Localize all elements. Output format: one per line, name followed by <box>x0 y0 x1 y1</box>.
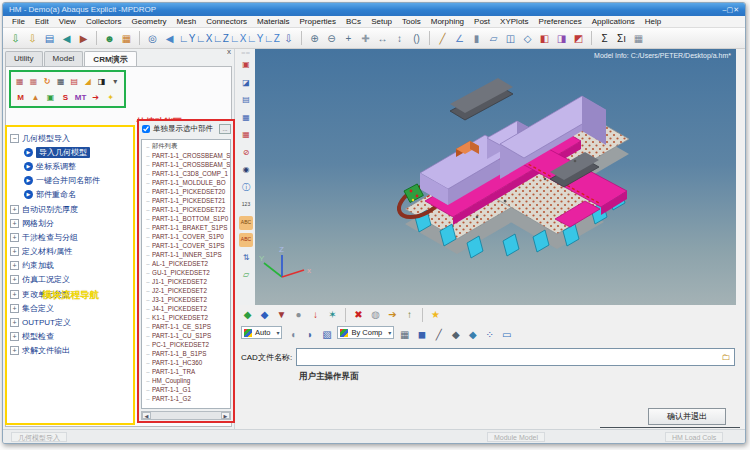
show-selected-checkbox[interactable] <box>142 125 150 133</box>
geometry-wire-icon[interactable]: ◆ <box>257 307 272 322</box>
favorite-star-icon[interactable]: ★ <box>428 307 443 322</box>
expand-icon[interactable]: + <box>10 346 19 355</box>
part-list-item[interactable]: –J3-1_PICKEDSET2 <box>144 295 230 304</box>
menu-item-edit[interactable]: Edit <box>30 17 54 26</box>
section-x-icon[interactable]: ◧ <box>537 31 552 46</box>
tab-model[interactable]: Model <box>44 51 84 66</box>
menu-item-setup[interactable]: Setup <box>366 17 397 26</box>
mask-icon[interactable]: ▣ <box>239 58 253 72</box>
zoom-window-icon[interactable]: ◎ <box>145 31 160 46</box>
abc-labels-icon[interactable]: ABC <box>239 216 253 230</box>
menu-item-xyplots[interactable]: XYPlots <box>495 17 533 26</box>
tree-item[interactable]: +模型检查 <box>10 330 133 344</box>
mask-panel-icon[interactable]: ▦ <box>239 128 253 142</box>
expand-icon[interactable]: + <box>10 233 19 242</box>
wedge-icon[interactable]: ◢ <box>82 75 94 88</box>
part-list-item[interactable]: –PART-1-1_G2 <box>144 394 230 403</box>
topo-display-icon[interactable]: ▼ <box>274 307 289 322</box>
menu-item-materials[interactable]: Materials <box>252 17 294 26</box>
geometry-shaded-icon[interactable]: ◆ <box>240 307 255 322</box>
import-icon[interactable]: ⇩ <box>8 31 23 46</box>
tree-item[interactable]: +约束加载 <box>10 259 133 273</box>
arrows-vertical-icon[interactable]: ↕ <box>392 31 407 46</box>
mat-icon[interactable]: MT <box>74 91 87 104</box>
part-list-item[interactable]: –PART-1-1_B_S1PS <box>144 349 230 358</box>
tab-crm演示[interactable]: CRM演示 <box>84 51 136 66</box>
menu-item-connectors[interactable]: Connectors <box>201 17 252 26</box>
part-list-item[interactable]: –PART-1-1_CE_S1PS <box>144 322 230 331</box>
previous-view-icon[interactable]: ◀ <box>162 31 177 46</box>
expand-icon[interactable]: + <box>10 261 19 270</box>
feature-axis-icon[interactable]: ✶ <box>325 307 340 322</box>
renumber-icon[interactable]: ▦ <box>14 75 26 88</box>
collapse-icon[interactable]: − <box>10 134 19 143</box>
normals-icon[interactable]: ↓ <box>308 307 323 322</box>
plane-icon[interactable]: ▱ <box>239 268 253 282</box>
quad-face-icon[interactable]: ◆ <box>465 327 480 342</box>
part-list-item[interactable]: –PART-1-1_CROSSBEAM_S <box>144 160 230 169</box>
view-back-icon[interactable]: ∟Z <box>264 31 279 46</box>
element-shaded-icon[interactable]: ● <box>291 307 306 322</box>
part-list-item[interactable]: –PART-1-1_BOTTOM_S1P0 <box>144 214 230 223</box>
menu-item-properties[interactable]: Properties <box>295 17 341 26</box>
tree-item[interactable]: −几何模型导入 <box>10 131 133 145</box>
menu-item-help[interactable]: Help <box>640 17 666 26</box>
shaded-cube-icon[interactable]: ◼ <box>414 327 429 342</box>
part-list-item[interactable]: –J4-1_PICKEDSET2 <box>144 304 230 313</box>
section-z-icon[interactable]: ◩ <box>571 31 586 46</box>
component-color-combo[interactable]: By Comp ▾ <box>337 326 394 339</box>
part-list-item[interactable]: –PART-1-1_G1 <box>144 385 230 394</box>
zoom-out-icon[interactable]: ⊖ <box>324 31 339 46</box>
menu-item-collectors[interactable]: Collectors <box>81 17 127 26</box>
part-list-item[interactable]: –J1-1_PICKEDSET2 <box>144 277 230 286</box>
part-list-item[interactable]: –GU-1_PICKEDSET2 <box>144 268 230 277</box>
ghost-shade-icon[interactable]: ◖ <box>285 327 300 342</box>
calculator-icon[interactable]: ▦ <box>631 31 646 46</box>
tree-pole-icon[interactable]: ↑ <box>402 307 417 322</box>
user-icon[interactable]: ☻ <box>102 31 117 46</box>
s-tool-icon[interactable]: S <box>59 91 72 104</box>
numbers-icon[interactable]: 123 <box>239 198 253 212</box>
sum-icon[interactable]: Σ <box>597 31 612 46</box>
refresh-icon[interactable]: ↻ <box>41 75 53 88</box>
menu-item-applications[interactable]: Applications <box>587 17 640 26</box>
part-list-item[interactable]: –PART-1-1_HC360 <box>144 358 230 367</box>
close-icon[interactable]: ✕ <box>733 6 739 13</box>
tab-utility[interactable]: Utility <box>5 51 43 66</box>
open-icon[interactable]: ⇩ <box>25 31 40 46</box>
tree-item[interactable]: +自动识别壳厚度 <box>10 202 133 216</box>
solid-cube-icon[interactable]: ▧ <box>319 327 334 342</box>
view-right-icon[interactable]: ∟X <box>196 31 211 46</box>
menu-item-morphing[interactable]: Morphing <box>426 17 469 26</box>
menu-item-preferences[interactable]: Preferences <box>534 17 587 26</box>
export-arrow-icon[interactable]: ➔ <box>89 91 102 104</box>
menu-item-mesh[interactable]: Mesh <box>172 17 202 26</box>
confirm-exit-button[interactable]: 确认并退出 <box>648 408 726 425</box>
tree-item[interactable]: +OUTPUT定义 <box>10 315 133 329</box>
renumber-all-icon[interactable]: ▦ <box>28 75 40 88</box>
part-list-item[interactable]: –PART-1-1_PICKEDSET22 <box>144 205 230 214</box>
abc-labels-2-icon[interactable]: ABC <box>239 233 253 247</box>
part-list-item[interactable]: –PART-1-1_MOLDULE_BO <box>144 178 230 187</box>
part-list-item[interactable]: –PART-1-1_PICKEDSET21 <box>144 196 230 205</box>
part-list-item[interactable]: –K1-1_PICKEDSET2 <box>144 313 230 322</box>
dropdown-caret-icon[interactable]: ▾ <box>109 75 121 88</box>
edge-line-icon[interactable]: ╱ <box>431 327 446 342</box>
expand-icon[interactable]: + <box>10 247 19 256</box>
tree-item[interactable]: +定义材料/属性 <box>10 245 133 259</box>
component-colors-icon[interactable]: ▦ <box>119 31 134 46</box>
sum-sub-icon[interactable]: Σı <box>614 31 629 46</box>
tree-item[interactable]: +网格划分 <box>10 216 133 230</box>
collapse-icon[interactable]: − <box>144 144 152 150</box>
arrows-horizontal-icon[interactable]: ↔ <box>375 31 390 46</box>
performance-monitor-icon[interactable]: ▭ <box>499 327 514 342</box>
info-icon[interactable]: ⓘ <box>239 181 253 195</box>
mass-calc-icon[interactable]: ▮ <box>469 31 484 46</box>
m-tool-icon[interactable]: M <box>14 91 27 104</box>
view-left-icon[interactable]: ∟Y <box>179 31 194 46</box>
measure-angle-icon[interactable]: ∠ <box>452 31 467 46</box>
viewport-canvas[interactable]: Model Info: C:/Users/PETER/Desktop/a.hm* <box>255 49 736 305</box>
part-list-item[interactable]: –PART-1-1_C3D8_COMP_1 <box>144 169 230 178</box>
menu-item-file[interactable]: File <box>7 17 30 26</box>
part-list-item[interactable]: –AL-1_PICKEDSET2 <box>144 259 230 268</box>
